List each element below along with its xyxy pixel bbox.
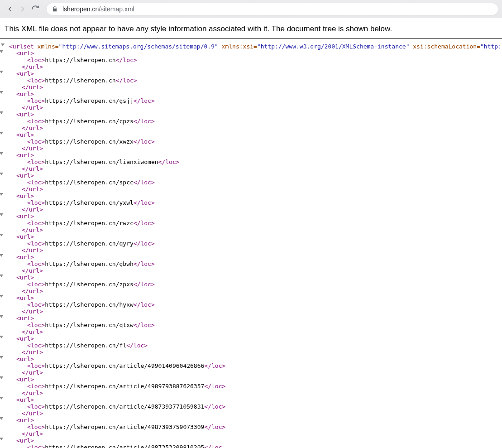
loc-line: <loc>https://lsheropen.cn/xwzx</loc> [5, 138, 502, 145]
expand-toggle-icon[interactable] [0, 336, 3, 338]
loc-line: <loc>https://lsheropen.cn/spcc</loc> [5, 179, 502, 186]
url-open-tag: <url> [5, 111, 502, 118]
expand-toggle-icon[interactable] [0, 132, 3, 135]
tag-close: </url> [22, 430, 43, 437]
tag-close: </url> [22, 84, 43, 91]
url-host: lsheropen.cn [62, 5, 99, 13]
url-close-tag: </url> [5, 430, 502, 437]
tag-close: </url> [22, 165, 43, 172]
tag-close: </url> [22, 328, 43, 335]
expand-toggle-icon[interactable] [1, 43, 5, 46]
loc-value: https://lsheropen.cn/article/49897938876… [45, 383, 204, 390]
url-open-tag: <url> [5, 437, 502, 444]
loc-open: <loc> [27, 383, 45, 390]
tag-open: <url> [16, 396, 34, 403]
expand-toggle-icon[interactable] [0, 376, 3, 379]
loc-value: https://lsheropen.cn/gsjj [45, 97, 134, 104]
reload-button[interactable] [29, 3, 42, 15]
loc-close: </loc> [134, 220, 155, 226]
tag-close: </url> [22, 186, 43, 193]
forward-button[interactable] [16, 3, 29, 15]
loc-open: <loc> [27, 444, 45, 448]
url-close-tag: </url> [5, 308, 502, 315]
tag-close: </url> [22, 104, 43, 111]
expand-toggle-icon[interactable] [0, 91, 3, 94]
loc-close: </loc> [134, 260, 155, 267]
loc-open: <loc> [27, 322, 45, 328]
back-button[interactable] [4, 3, 16, 15]
tag-close: </url> [22, 308, 43, 315]
tag-open: <urlset [9, 43, 34, 50]
loc-close: </loc> [204, 424, 225, 430]
expand-toggle-icon[interactable] [0, 295, 3, 298]
address-bar[interactable]: lsheropen.cn/sitemap.xml [46, 3, 498, 15]
divider [0, 38, 502, 39]
loc-open: <loc> [27, 424, 45, 430]
expand-toggle-icon[interactable] [0, 111, 3, 114]
expand-toggle-icon[interactable] [0, 193, 3, 196]
tag-open: <url> [16, 315, 34, 322]
loc-open: <loc> [27, 362, 45, 369]
expand-toggle-icon[interactable] [0, 417, 3, 420]
url-close-tag: </url> [5, 247, 502, 254]
loc-close: </loc> [116, 57, 137, 63]
loc-open: <loc> [27, 240, 45, 247]
attr-value: "http://www.w3.org/2001/XMLSchema-instan… [257, 43, 410, 50]
loc-open: <loc> [27, 179, 45, 186]
expand-toggle-icon[interactable] [0, 152, 3, 155]
tag-open: <url> [16, 111, 34, 118]
loc-line: <loc>https://lsheropen.cn/hyxw</loc> [5, 301, 502, 308]
tag-open: <url> [16, 356, 34, 362]
tag-open: <url> [16, 131, 34, 138]
loc-close: </loc> [134, 118, 155, 125]
loc-value: https://lsheropen.cn/yxwl [45, 199, 134, 206]
loc-line: <loc>https://lsheropen.cn</loc> [5, 57, 502, 63]
attr-name: xsi:schemaLocation [409, 43, 477, 50]
xml-tree: <urlset xmlns="http://www.sitemaps.org/s… [0, 43, 502, 448]
loc-close: </loc> [134, 240, 155, 247]
loc-open: <loc> [27, 220, 45, 226]
tag-open: <url> [16, 193, 34, 199]
url-open-tag: <url> [5, 417, 502, 424]
expand-toggle-icon[interactable] [0, 315, 3, 318]
expand-toggle-icon[interactable] [0, 213, 3, 216]
url-close-tag: </url> [5, 104, 502, 111]
expand-toggle-icon[interactable] [0, 234, 3, 236]
expand-toggle-icon[interactable] [0, 71, 3, 73]
expand-toggle-icon[interactable] [0, 356, 3, 359]
tag-close: </url> [22, 267, 43, 274]
loc-close: </loc> [204, 403, 225, 410]
url-open-tag: <url> [5, 254, 502, 260]
url-close-tag: </url> [5, 125, 502, 131]
loc-close: </loc> [158, 159, 180, 165]
loc-value: https://lsheropen.cn/article/49873937590… [45, 424, 204, 430]
attr-value: "http://www.sitemaps.or" [480, 43, 502, 50]
url-open-tag: <url> [5, 233, 502, 240]
loc-line: <loc>https://lsheropen.cn</loc> [5, 77, 502, 84]
expand-toggle-icon[interactable] [0, 438, 3, 440]
expand-toggle-icon[interactable] [0, 254, 3, 257]
url-open-tag: <url> [5, 274, 502, 281]
expand-toggle-icon[interactable] [0, 397, 3, 400]
urlset-open-tag: <urlset xmlns="http://www.sitemaps.org/s… [5, 43, 502, 50]
url-open-tag: <url> [5, 172, 502, 179]
tag-close: </url> [22, 390, 43, 396]
url-open-tag: <url> [5, 50, 502, 57]
loc-close: </loc> [134, 97, 155, 104]
expand-toggle-icon[interactable] [0, 275, 3, 277]
url-close-tag: </url> [5, 369, 502, 376]
loc-open: <loc> [27, 97, 45, 104]
loc-open: <loc> [27, 342, 45, 349]
url-open-tag: <url> [5, 131, 502, 138]
loc-open: <loc> [27, 77, 45, 84]
expand-toggle-icon[interactable] [0, 50, 3, 53]
loc-value: https://lsheropen.cn/xwzx [45, 138, 134, 145]
tag-open: <url> [16, 274, 34, 281]
loc-open: <loc> [27, 118, 45, 125]
loc-line: <loc>https://lsheropen.cn/article/499014… [5, 362, 502, 369]
url-close-tag: </url> [5, 267, 502, 274]
expand-toggle-icon[interactable] [0, 173, 3, 175]
loc-close: </loc> [134, 281, 155, 288]
tag-open: <url> [16, 213, 34, 220]
loc-value: https://lsheropen.cn/spcc [45, 179, 134, 186]
